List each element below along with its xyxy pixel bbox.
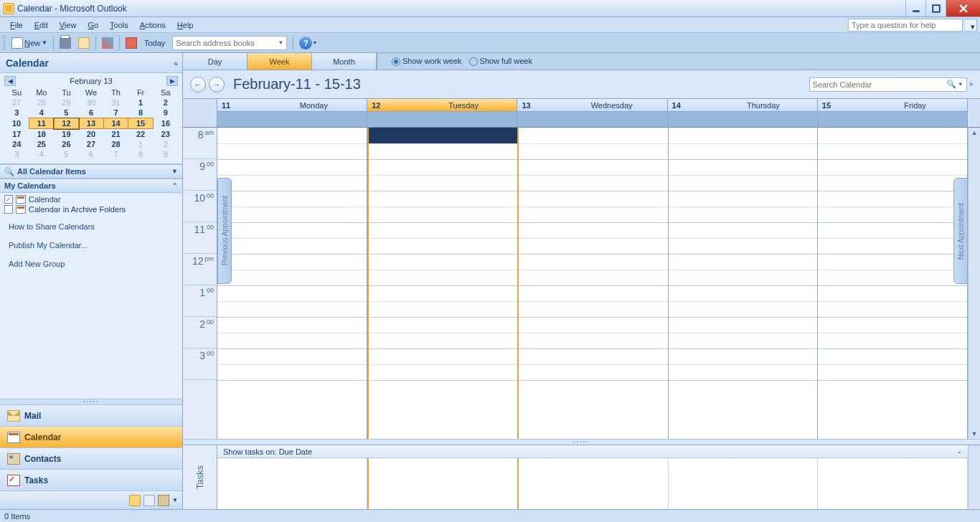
categorize-button[interactable] — [99, 35, 116, 51]
link-share-calendars[interactable]: How to Share Calendars — [4, 217, 178, 236]
minimize-button[interactable] — [905, 0, 925, 16]
checkbox-icon[interactable] — [4, 205, 13, 214]
mini-cal-day[interactable]: 4 — [29, 149, 55, 159]
nav-tasks-button[interactable]: Tasks — [0, 469, 182, 490]
day-column[interactable] — [669, 128, 819, 439]
calendar-item-default[interactable]: ✓ Calendar — [4, 194, 178, 204]
mini-cal-day[interactable]: 27 — [79, 139, 104, 149]
task-splitter[interactable]: ••••• — [183, 439, 980, 445]
help-search[interactable]: ▾ — [848, 19, 977, 32]
day-header[interactable]: 14Thursday — [668, 99, 818, 127]
folder-icon[interactable] — [129, 495, 141, 506]
mini-cal-day[interactable]: 20 — [79, 129, 104, 140]
mini-cal-day[interactable]: 3 — [4, 108, 29, 118]
mini-cal-day[interactable]: 22 — [128, 129, 154, 140]
toolbar-grip-icon[interactable] — [3, 36, 6, 50]
mini-cal-day[interactable]: 14 — [103, 118, 128, 129]
splitter-handle[interactable]: ••••• — [0, 399, 182, 404]
mini-cal-day[interactable]: 9 — [153, 108, 178, 118]
task-cell[interactable] — [818, 458, 968, 509]
print-button[interactable] — [57, 35, 74, 51]
mini-cal-day[interactable]: 31 — [103, 98, 128, 108]
collapse-icon[interactable]: ⌃ — [172, 182, 178, 189]
task-cell[interactable] — [367, 458, 519, 509]
mini-cal-day[interactable]: 18 — [29, 129, 55, 140]
mini-cal-day[interactable]: 9 — [153, 149, 178, 159]
menu-file[interactable]: File — [4, 19, 29, 31]
close-button[interactable] — [946, 0, 980, 16]
all-calendar-items[interactable]: 🔍 All Calendar Items ▼ — [0, 164, 182, 179]
calendar-search-input[interactable] — [813, 80, 946, 89]
mini-cal-day[interactable]: 28 — [29, 98, 55, 108]
mini-cal-day[interactable]: 6 — [79, 149, 104, 159]
new-button[interactable]: New ▼ — [9, 35, 50, 51]
task-cell[interactable] — [217, 458, 367, 509]
mini-cal-day[interactable]: 1 — [128, 98, 154, 108]
mini-cal-day[interactable]: 2 — [153, 139, 178, 149]
mini-cal-day[interactable]: 27 — [4, 98, 29, 108]
mini-cal-day[interactable]: 3 — [4, 149, 29, 159]
shortcuts-icon[interactable] — [143, 495, 155, 506]
configure-buttons-icon[interactable]: ▼ — [172, 497, 178, 503]
expand-search-icon[interactable]: ¥ — [970, 81, 973, 87]
mini-cal-day[interactable]: 13 — [79, 118, 104, 129]
help-button[interactable]: ?▾ — [296, 35, 319, 51]
collapse-navpane-icon[interactable]: « — [174, 59, 176, 67]
task-dropdown-icon[interactable]: ⌄ — [957, 448, 962, 455]
mini-calendar-month[interactable]: February 13 — [16, 77, 166, 85]
address-search[interactable]: ▼ — [172, 36, 287, 50]
mini-calendar[interactable]: ◀ February 13 ▶ SuMoTuWeThFrSa 272829303… — [0, 73, 182, 164]
mini-calendar-grid[interactable]: SuMoTuWeThFrSa 2728293031123456789101112… — [4, 87, 178, 159]
time-grid[interactable]: 8am9001000110012pm100200300 ▲▼ Previous … — [183, 128, 980, 439]
next-appointment-tab[interactable]: Next Appointment — [953, 178, 968, 284]
mini-cal-day[interactable]: 8 — [128, 108, 154, 118]
my-calendars-header[interactable]: My Calendars ⌃ — [0, 179, 182, 193]
search-dropdown-icon[interactable]: ▼ — [958, 81, 963, 87]
checkbox-icon[interactable]: ✓ — [4, 195, 13, 204]
task-cell[interactable] — [669, 458, 819, 509]
mini-cal-day[interactable]: 2 — [153, 98, 178, 108]
menu-help[interactable]: Help — [171, 19, 199, 31]
radio-full-week[interactable]: Show full week — [469, 57, 532, 66]
next-week-button[interactable]: → — [209, 77, 225, 92]
view-tab-month[interactable]: Month — [312, 53, 377, 70]
prev-month-button[interactable]: ◀ — [4, 76, 16, 86]
vertical-scrollbar[interactable]: ▲▼ — [968, 128, 980, 439]
day-header[interactable]: 11Monday — [217, 99, 367, 127]
mini-cal-day[interactable]: 26 — [54, 139, 79, 149]
dropdown-icon[interactable]: ▼ — [278, 39, 283, 46]
mini-cal-day[interactable]: 17 — [4, 129, 29, 140]
view-tab-day[interactable]: Day — [183, 53, 248, 70]
help-search-dropdown-icon[interactable]: ▾ — [965, 19, 977, 32]
calendar-search[interactable]: 🔍 ▼ — [809, 77, 967, 92]
today-button[interactable]: Today — [141, 35, 168, 51]
mini-cal-day[interactable]: 21 — [103, 129, 128, 140]
mini-cal-day[interactable]: 11 — [29, 118, 55, 129]
permissions-button[interactable] — [75, 35, 93, 51]
radio-work-week[interactable]: Show work week — [392, 57, 462, 66]
link-add-group[interactable]: Add New Group — [4, 255, 178, 273]
maximize-button[interactable] — [925, 0, 946, 16]
mini-cal-day[interactable]: 7 — [103, 108, 128, 118]
menu-go[interactable]: Go — [82, 19, 104, 31]
mini-cal-day[interactable]: 25 — [29, 139, 55, 149]
day-header[interactable]: 13Wednesday — [517, 99, 667, 127]
nav-mail-button[interactable]: Mail — [0, 404, 182, 426]
menu-edit[interactable]: Edit — [29, 19, 54, 31]
help-search-input[interactable] — [848, 19, 963, 32]
nav-calendar-button[interactable]: Calendar — [0, 426, 182, 447]
menu-view[interactable]: View — [54, 19, 83, 31]
findcontact-button[interactable]: ▼ — [169, 35, 290, 51]
task-grid[interactable] — [217, 458, 968, 509]
mini-cal-day[interactable]: 30 — [79, 98, 104, 108]
nav-contacts-button[interactable]: Contacts — [0, 447, 182, 469]
day-column[interactable] — [519, 128, 669, 439]
mini-cal-day[interactable]: 19 — [54, 129, 79, 140]
day-column[interactable] — [818, 128, 968, 439]
menu-tools[interactable]: Tools — [104, 19, 134, 31]
calendar-item-archive[interactable]: Calendar in Archive Folders — [4, 204, 178, 214]
selected-timeslot[interactable] — [369, 128, 518, 143]
address-search-input[interactable] — [176, 39, 278, 47]
mini-cal-day[interactable]: 4 — [29, 108, 55, 118]
task-scrollbar[interactable] — [968, 445, 980, 509]
